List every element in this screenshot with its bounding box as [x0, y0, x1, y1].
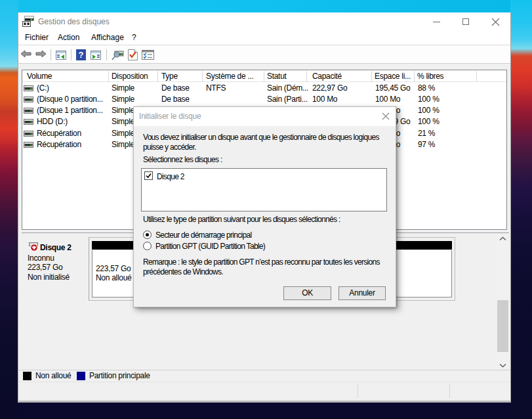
svg-text:?: ?	[79, 50, 84, 60]
